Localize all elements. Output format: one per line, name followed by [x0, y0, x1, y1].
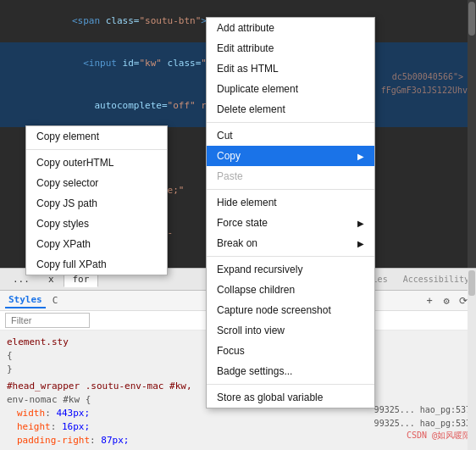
menu-item-capture-screenshot[interactable]: Capture node screenshot [207, 300, 374, 320]
right-info-2: fFgGmF3o1JS122Uhv [381, 86, 468, 95]
menu-separator-1 [26, 149, 167, 150]
menu-item-hide-element[interactable]: Hide element [207, 192, 374, 213]
menu-item-badge-settings[interactable]: Badge settings... [207, 361, 374, 381]
context-menu-main: Add attribute Edit attribute Edit as HTM… [206, 17, 375, 408]
filter-input[interactable] [5, 313, 90, 328]
menu-item-collapse-children[interactable]: Collapse children [207, 280, 374, 300]
menu-item-edit-attribute[interactable]: Edit attribute [207, 38, 374, 58]
menu-item-copy-xpath[interactable]: Copy XPath [26, 234, 167, 254]
menu-item-copy-outerhtml[interactable]: Copy outerHTML [26, 153, 167, 173]
menu-item-copy-selector[interactable]: Copy selector [26, 173, 167, 193]
menu-item-delete-element[interactable]: Delete element [207, 99, 374, 119]
panel-scrollbar-thumb[interactable] [468, 270, 475, 296]
menu-item-break-on[interactable]: Break on ▶ [207, 233, 374, 253]
menu-item-force-state[interactable]: Force state ▶ [207, 213, 374, 233]
menu-item-paste: Paste [207, 166, 374, 186]
context-menu-copy-submenu: Copy element Copy outerHTML Copy selecto… [25, 125, 168, 275]
menu-item-focus[interactable]: Focus [207, 341, 374, 361]
menu-separator-2 [207, 122, 374, 123]
right-info-1: dc5b00040566"> [392, 72, 463, 81]
panel-scrollbar[interactable] [468, 269, 476, 450]
watermark: CSDN @如风暖阳 [407, 430, 471, 442]
menu-item-copy-full-xpath[interactable]: Copy full XPath [26, 254, 167, 275]
panel-icons: + ⚙ ⟳ [422, 293, 471, 308]
menu-separator-4 [207, 256, 374, 257]
menu-item-duplicate-element[interactable]: Duplicate element [207, 79, 374, 99]
menu-item-copy-jspath[interactable]: Copy JS path [26, 193, 167, 214]
menu-separator-5 [207, 384, 374, 385]
tab-computed[interactable]: C [46, 293, 65, 308]
menu-item-store-global[interactable]: Store as global variable [207, 387, 374, 408]
menu-item-edit-as-html[interactable]: Edit as HTML [207, 58, 374, 79]
menu-item-expand-recursively[interactable]: Expand recursively [207, 259, 374, 280]
right-panel-properties: rties Accessibility [359, 275, 473, 284]
tab-styles[interactable]: Styles [5, 292, 46, 308]
menu-item-copy-element[interactable]: Copy element [26, 126, 167, 147]
add-icon[interactable]: + [422, 293, 437, 308]
menu-item-cut[interactable]: Cut [207, 125, 374, 146]
menu-item-copy-styles[interactable]: Copy styles [26, 214, 167, 234]
bottom-right-info-1: 99325... hao_pg:537 [374, 405, 471, 414]
menu-item-add-attribute[interactable]: Add attribute [207, 18, 374, 38]
bottom-right-info-2: 99325... hao_pg:533 [374, 419, 471, 428]
scrollbar-thumb[interactable] [468, 2, 475, 36]
editor-scrollbar[interactable] [468, 0, 476, 271]
settings-icon[interactable]: ⚙ [439, 293, 454, 308]
menu-separator-3 [207, 189, 374, 190]
menu-item-scroll-into-view[interactable]: Scroll into view [207, 320, 374, 341]
menu-item-copy[interactable]: Copy ▶ [207, 146, 374, 166]
css-rule-padding: padding-right: 87px; [7, 434, 469, 447]
